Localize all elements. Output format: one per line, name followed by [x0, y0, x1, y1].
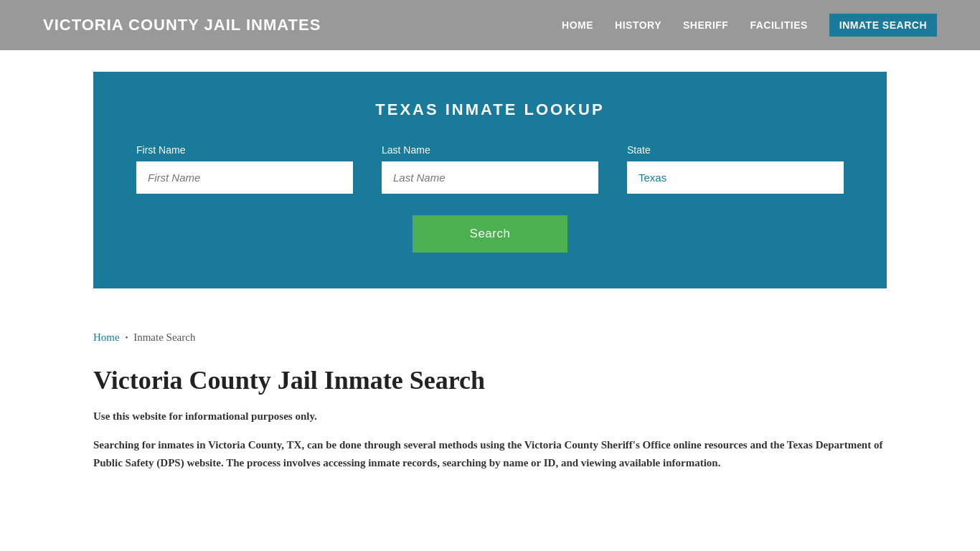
nav-item-home[interactable]: HOME — [562, 19, 593, 31]
state-label: State — [627, 144, 844, 156]
last-name-group: Last Name — [382, 144, 598, 194]
site-title: VICTORIA COUNTY JAIL INMATES — [43, 16, 321, 34]
page-title: Victoria County Jail Inmate Search — [93, 365, 887, 395]
state-group: State — [627, 144, 844, 194]
nav-item-history[interactable]: HISTORY — [615, 19, 661, 31]
state-input[interactable] — [627, 161, 844, 194]
breadcrumb-current: Inmate Search — [133, 331, 195, 344]
search-button[interactable]: Search — [413, 215, 568, 253]
site-header: VICTORIA COUNTY JAIL INMATES HOME HISTOR… — [0, 0, 980, 50]
body-text: Searching for inmates in Victoria County… — [93, 436, 887, 473]
main-nav: HOME HISTORY SHERIFF FACILITIES INMATE S… — [562, 14, 937, 37]
breadcrumb-home-link[interactable]: Home — [93, 331, 120, 344]
first-name-input[interactable] — [136, 161, 353, 194]
search-section: TEXAS INMATE LOOKUP First Name Last Name… — [93, 72, 887, 288]
last-name-input[interactable] — [382, 161, 598, 194]
last-name-label: Last Name — [382, 144, 598, 156]
first-name-group: First Name — [136, 144, 353, 194]
form-row: First Name Last Name State — [136, 144, 844, 194]
nav-item-inmate-search[interactable]: INMATE SEARCH — [829, 14, 937, 37]
breadcrumb-separator: • — [126, 334, 128, 342]
nav-item-sheriff[interactable]: SHERIFF — [683, 19, 728, 31]
search-section-title: TEXAS INMATE LOOKUP — [136, 100, 844, 119]
breadcrumb: Home • Inmate Search — [0, 310, 980, 351]
search-btn-row: Search — [136, 215, 844, 253]
tagline-text: Use this website for informational purpo… — [93, 408, 887, 425]
content-section: Victoria County Jail Inmate Search Use t… — [0, 351, 980, 501]
first-name-label: First Name — [136, 144, 353, 156]
nav-item-facilities[interactable]: FACILITIES — [750, 19, 807, 31]
